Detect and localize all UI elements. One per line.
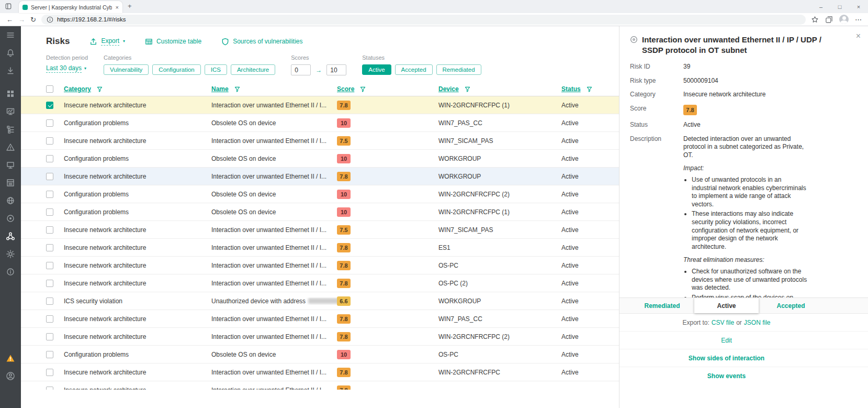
table-row[interactable]: Configuration problems Obsolete OS on de… [21,150,619,168]
user-icon[interactable] [6,371,15,381]
filter-funnel-icon[interactable] [587,86,592,92]
status-option-remediated[interactable]: Remediated [630,298,694,313]
filter-funnel-icon[interactable] [97,86,103,92]
row-checkbox[interactable] [46,102,53,109]
json-file-link[interactable]: JSON file [744,319,771,326]
sidebar-item-audit[interactable] [0,209,21,227]
browser-tab[interactable]: Server | Kaspersky Industrial Cyb... × [19,1,122,13]
score-min-input[interactable]: 0 [291,64,311,75]
edit-link[interactable]: Edit [721,337,732,344]
category-chip-ics[interactable]: ICS [205,64,227,75]
back-button[interactable]: ← [6,16,13,23]
table-row[interactable]: Insecure network architecture Interactio… [21,221,619,239]
table-row[interactable]: Configuration problems Obsolete OS on de… [21,114,619,132]
filter-funnel-icon[interactable] [360,86,366,92]
filter-funnel-icon[interactable] [465,86,470,92]
sidebar-item-devices[interactable] [0,156,21,174]
row-checkbox[interactable] [46,369,53,376]
row-checkbox[interactable] [46,191,53,198]
profile-avatar[interactable] [839,15,849,24]
row-checkbox[interactable] [46,137,53,145]
table-row[interactable]: Insecure network architecture Interactio… [21,274,619,292]
status-chip-active[interactable]: Active [362,64,391,75]
table-row[interactable]: Configuration problems Obsolete OS on de… [21,203,619,221]
category-chip-architecture[interactable]: Architecture [231,64,275,75]
table-row[interactable]: Insecure network architecture Interactio… [21,96,619,114]
row-checkbox[interactable] [46,208,53,216]
url-field[interactable]: https://192.168.2.1/#/risks [41,15,806,25]
refresh-button[interactable]: ↻ [30,16,36,23]
table-row[interactable]: Insecure network architecture Interactio… [21,239,619,257]
table-row[interactable]: Insecure network architecture Interactio… [21,328,619,346]
site-info-icon[interactable] [47,16,53,23]
row-checkbox[interactable] [46,244,53,251]
show-events-link[interactable]: Show events [707,372,746,380]
row-checkbox[interactable] [46,351,53,358]
sidebar-item-monitoring[interactable] [0,103,21,120]
tab-close-icon[interactable]: × [116,4,119,10]
sidebar-item-dashboard[interactable] [0,85,21,103]
row-checkbox[interactable] [46,315,53,323]
row-checkbox[interactable] [46,155,53,162]
sidebar-item-reports[interactable] [0,174,21,192]
row-checkbox[interactable] [46,297,53,305]
row-checkbox[interactable] [46,226,53,234]
status-chip-accepted[interactable]: Accepted [395,64,433,75]
sidebar-item-events[interactable] [0,138,21,156]
score-max-input[interactable]: 10 [326,64,346,75]
status-chip-remediated[interactable]: Remediated [436,64,481,75]
sources-of-vulnerabilities-button[interactable]: Sources of vulnerabilities [221,38,302,46]
filter-funnel-icon[interactable] [234,86,240,92]
category-chip-configuration[interactable]: Configuration [152,64,200,75]
table-row[interactable]: Configuration problems Obsolete OS on de… [21,185,619,203]
row-checkbox[interactable] [46,387,53,390]
table-row[interactable]: Insecure network architecture Interactio… [21,363,619,381]
sidebar-item-network-map[interactable] [0,192,21,209]
browser-menu-icon[interactable]: ⋯ [855,16,862,23]
sidebar-item-assets[interactable] [0,120,21,138]
row-checkbox[interactable] [46,262,53,269]
favorites-icon[interactable] [811,16,819,24]
select-all-checkbox[interactable] [46,85,53,93]
table-row[interactable]: Insecure network architecture Interactio… [21,381,619,390]
sidebar-item-notifications[interactable] [0,44,21,62]
column-device[interactable]: Device [438,85,459,93]
show-sides-link[interactable]: Show sides of interaction [689,355,764,362]
cell-device: OS-PC [438,351,561,358]
row-checkbox[interactable] [46,280,53,287]
category-chip-vulnerability[interactable]: Vulnerability [104,64,149,75]
close-window-button[interactable]: × [849,0,868,13]
collections-icon[interactable] [825,16,833,24]
row-checkbox[interactable] [46,333,53,340]
sidebar-item-about[interactable] [0,263,21,281]
table-row[interactable]: Insecure network architecture Interactio… [21,257,619,274]
details-scroll-area[interactable]: Interaction over unwanted Ethernet II / … [619,26,868,297]
column-score[interactable]: Score [337,85,354,93]
status-switch: Remediated Active Accepted [619,298,868,314]
table-row[interactable]: Configuration problems Obsolete OS on de… [21,346,619,363]
sidebar-item-settings[interactable] [0,245,21,263]
table-row[interactable]: ICS security violation Unauthorized devi… [21,292,619,310]
column-category[interactable]: Category [64,85,91,93]
new-tab-button[interactable]: + [128,2,132,10]
sidebar-item-updates[interactable] [0,62,21,80]
score-badge: 7.8 [337,385,351,390]
minimize-button[interactable]: – [811,0,830,13]
detection-period-select[interactable]: Last 30 days ▾ [46,64,88,73]
table-row[interactable]: Insecure network architecture Interactio… [21,310,619,328]
row-checkbox[interactable] [46,119,53,127]
warning-triangle-icon[interactable] [6,354,15,363]
customize-table-button[interactable]: Customize table [145,38,201,46]
column-status[interactable]: Status [561,85,581,93]
status-option-active[interactable]: Active [694,298,759,313]
table-row[interactable]: Insecure network architecture Interactio… [21,132,619,150]
export-button[interactable]: Export ▾ [89,37,125,46]
maximize-button[interactable]: □ [830,0,849,13]
status-option-accepted[interactable]: Accepted [759,298,823,313]
table-row[interactable]: Insecure network architecture Interactio… [21,168,619,185]
column-name[interactable]: Name [211,85,229,93]
row-checkbox[interactable] [46,173,53,180]
sidebar-item-risks[interactable] [0,227,21,245]
csv-file-link[interactable]: CSV file [712,319,734,326]
sidebar-menu-button[interactable] [0,26,21,44]
